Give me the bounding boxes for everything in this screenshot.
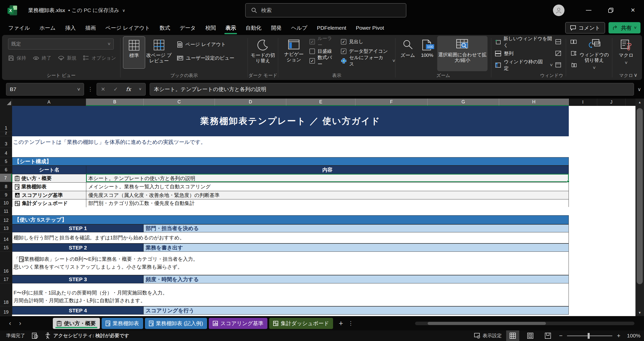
row-header-3[interactable]: 3	[0, 136, 12, 148]
search-input[interactable]: 検索	[245, 3, 406, 17]
column-header-f[interactable]: F	[355, 99, 428, 106]
dark-mode-toggle-button[interactable]: モードの切り替え	[249, 36, 277, 64]
select-all-button[interactable]	[0, 99, 12, 106]
zoom-slider[interactable]	[567, 335, 612, 336]
next-sheet-button[interactable]: ›	[15, 318, 25, 329]
tab-draw[interactable]: 描画	[80, 21, 101, 35]
row-header-15[interactable]: 15	[0, 243, 12, 252]
tab-insert[interactable]: 挿入	[60, 21, 80, 35]
reset-window-position-button[interactable]	[568, 60, 579, 70]
close-button[interactable]: ✕	[622, 0, 644, 21]
row-header-10[interactable]: 10	[0, 199, 12, 207]
new-window-button[interactable]: 新しいウィンドウを開く	[495, 37, 553, 47]
horizontal-scrollbar[interactable]	[415, 322, 634, 325]
restore-button[interactable]	[600, 0, 622, 21]
scroll-up-icon[interactable]: ▲	[635, 99, 644, 106]
account-avatar[interactable]	[553, 5, 565, 16]
formula-input[interactable]: 本シート。テンプレートの使い方と各列の説明	[150, 83, 634, 96]
zoom-out-button[interactable]: −	[559, 332, 562, 339]
row-header-17[interactable]: 17	[0, 275, 12, 283]
hide-window-button[interactable]	[553, 49, 564, 58]
display-settings-button[interactable]: 表示設定	[474, 332, 502, 339]
cancel-entry-button[interactable]: ✕	[101, 86, 105, 92]
tab-pdfelement[interactable]: PDFelement	[312, 21, 351, 35]
checkbox-headings[interactable]: ✓ 見出し	[341, 37, 395, 46]
tab-power-pivot[interactable]: Power Pivot	[351, 21, 389, 35]
prev-sheet-button[interactable]: ‹	[5, 318, 15, 329]
step-number-cell[interactable]: STEP 2	[12, 243, 144, 252]
sheet-view-options-button[interactable]: オプション	[83, 54, 116, 63]
sheet-desc[interactable]: 本シート。テンプレートの使い方と各列の説明	[86, 174, 569, 182]
row-header-8[interactable]: 8	[0, 182, 12, 191]
confirm-entry-button[interactable]: ✓	[113, 86, 118, 92]
insert-function-button[interactable]: fx	[126, 86, 131, 92]
page-break-view-button[interactable]	[541, 330, 554, 341]
row-header-5[interactable]: 5	[0, 157, 12, 165]
header-sheet-name[interactable]: シート名	[12, 166, 86, 174]
column-header-j[interactable]: J	[597, 99, 626, 106]
column-header-h[interactable]: H	[499, 99, 569, 106]
row-header-1[interactable]: 1	[0, 106, 12, 132]
intro-text-cell[interactable]: このテンプレートは「業務の棚卸し」を体系的に進めるための実践ツールです。	[13, 136, 206, 148]
vertical-scrollbar[interactable]: ▲ ▼	[635, 99, 644, 316]
macro-record-icon[interactable]	[32, 332, 38, 339]
sheet-options-icon[interactable]: ⋮	[347, 320, 354, 327]
view-side-by-side-button[interactable]	[568, 37, 579, 47]
sheet-desc[interactable]: メインシート。業務を一覧入力して自動スコアリング	[86, 183, 569, 191]
tab-file[interactable]: ファイル	[4, 21, 35, 35]
page-layout-view-button[interactable]: ページ レイアウト	[177, 40, 234, 49]
sheet-tab-scoring[interactable]: スコアリング基準	[209, 318, 267, 329]
column-header-d[interactable]: D	[215, 99, 286, 106]
column-header-c[interactable]: C	[144, 99, 215, 106]
zoom-level[interactable]: 100%	[627, 333, 640, 339]
checkbox-ruler[interactable]: ✓ ルーラー	[309, 37, 336, 46]
step-title-cell[interactable]: スコアリングを行う	[144, 306, 569, 315]
column-header-g[interactable]: G	[428, 99, 499, 106]
zoom-slider-thumb[interactable]	[588, 333, 590, 339]
row-header-2[interactable]: 2	[0, 132, 12, 136]
column-header-e[interactable]: E	[286, 99, 355, 106]
sheet-view-dropdown[interactable]: 既定 ˅	[8, 38, 114, 50]
section-header-steps[interactable]: 【使い方 5ステップ】	[12, 215, 569, 224]
sheet-desc[interactable]: 部門別・カテゴリ別の工数・優先度を自動集計	[86, 199, 569, 207]
horizontal-scroll-thumb[interactable]	[428, 322, 546, 325]
column-header-b[interactable]: B	[86, 99, 144, 106]
step-desc-3[interactable]: F〜I列に頻度・1回あたりの所要時間（分）・月間実施回数を入力。 月間合計時間・…	[12, 283, 569, 306]
column-header-a[interactable]: A	[12, 99, 86, 106]
row-header-9[interactable]: 9	[0, 191, 12, 199]
focus-cell-button[interactable]: セルにフォーカス ˅	[341, 57, 395, 65]
zoom-in-button[interactable]: +	[617, 332, 620, 339]
add-sheet-button[interactable]: +	[335, 318, 347, 329]
spreadsheet-grid[interactable]: 業務棚卸表テンプレート ／ 使い方ガイド このテンプレートは「業務の棚卸し」を体…	[12, 106, 635, 316]
minimize-button[interactable]	[578, 0, 600, 21]
comments-button[interactable]: コメント	[565, 22, 605, 33]
row-header-16[interactable]: 16	[0, 252, 12, 275]
sheet-tab-inventory-example[interactable]: 業務棚卸表 (記入例)	[145, 318, 207, 329]
sheet-tab-dashboard[interactable]: 集計ダッシュボード	[269, 318, 333, 329]
normal-view-button[interactable]: 標準	[123, 36, 145, 69]
collapse-ribbon-button[interactable]: ∨	[634, 72, 637, 78]
checkbox-formula-bar[interactable]: ✓ 数式バー	[309, 57, 336, 65]
tab-developer[interactable]: 開発	[266, 21, 286, 35]
row-header-7[interactable]: 7	[0, 174, 12, 182]
tab-review[interactable]: 校閲	[200, 21, 221, 35]
exit-sheet-view-button[interactable]: 終了	[33, 54, 51, 63]
keep-sheet-view-button[interactable]: 保持	[8, 54, 26, 63]
column-header-i[interactable]: I	[569, 99, 597, 106]
sheet-desc[interactable]: 優先度スコア（属人化度・改善余地・緊急度）の判断基準	[86, 191, 569, 199]
row-header-11[interactable]: 11	[0, 207, 12, 215]
row-header-19[interactable]: 19	[0, 306, 12, 316]
row-header-12[interactable]: 12	[0, 215, 12, 224]
step-title-cell[interactable]: 部門・担当者を決める	[144, 224, 569, 232]
section-header-sheets[interactable]: 【シート構成】	[12, 157, 569, 165]
row-header-4[interactable]: 4	[0, 148, 12, 157]
row-header-18[interactable]: 18	[0, 283, 12, 306]
row-header-13[interactable]: 13	[0, 224, 12, 232]
expand-formula-bar-button[interactable]: ∨	[637, 86, 641, 92]
zoom-to-selection-button[interactable]: 選択範囲に合わせて拡大/縮小	[437, 36, 488, 71]
tab-home[interactable]: ホーム	[35, 21, 60, 35]
tab-page-layout[interactable]: ページ レイアウト	[101, 21, 155, 35]
sheet-title-cell[interactable]: 業務棚卸表テンプレート ／ 使い方ガイド	[12, 106, 569, 136]
row-header-6[interactable]: 6	[0, 165, 12, 174]
excel-app-icon[interactable]: X	[8, 5, 18, 15]
